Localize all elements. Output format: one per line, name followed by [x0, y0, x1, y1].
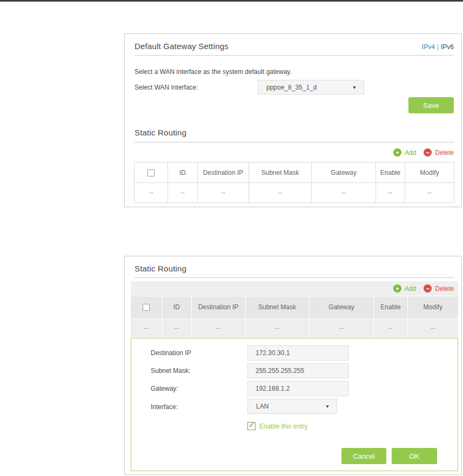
enable-entry-row: ✓ Enable this entry: [247, 422, 307, 430]
ok-button[interactable]: OK: [392, 448, 437, 464]
wan-interface-label: Select WAN Interface:: [135, 84, 198, 91]
add-icon[interactable]: +: [393, 284, 401, 293]
delete-icon[interactable]: −: [424, 148, 432, 157]
add-button[interactable]: Add: [405, 285, 416, 293]
gateway-field[interactable]: [247, 381, 348, 396]
static-routing-table: ID Destination IP Subnet Mask Gateway En…: [131, 296, 458, 337]
add-icon[interactable]: +: [393, 148, 401, 157]
destination-ip-label: Destination IP: [151, 349, 191, 357]
cancel-button[interactable]: Cancel: [341, 448, 386, 464]
empty-cell: --: [168, 183, 198, 203]
empty-cell: --: [376, 183, 405, 203]
empty-cell: --: [407, 318, 458, 337]
header-gateway: Gateway: [312, 162, 376, 183]
empty-cell: --: [198, 183, 249, 203]
ip-version-switch: IPv4|IPv6: [422, 43, 454, 51]
empty-cell: --: [309, 318, 374, 337]
table-header-row: ID Destination IP Subnet Mask Gateway En…: [135, 162, 454, 183]
static-routing-section-title: Static Routing: [135, 128, 186, 137]
title-divider: [135, 277, 454, 278]
table-toolbar: + Add − Delete: [131, 281, 458, 296]
interface-select[interactable]: LAN ▼: [247, 399, 337, 414]
ip-links-separator: |: [437, 43, 439, 51]
chevron-down-icon: ▼: [325, 404, 330, 409]
interface-label: Interface:: [151, 403, 178, 411]
empty-cell: --: [374, 318, 407, 337]
header-enable: Enable: [376, 162, 405, 183]
empty-cell: --: [312, 183, 376, 203]
enable-entry-label: Enable this entry: [259, 423, 307, 430]
wan-interface-selected-value: pppoe_8_35_1_d: [266, 84, 317, 91]
interface-selected-value: LAN: [256, 403, 269, 410]
header-enable: Enable: [374, 296, 407, 318]
ipv6-link[interactable]: IPv6: [441, 43, 454, 51]
empty-cell: --: [162, 318, 191, 337]
route-entry-form: Destination IP Subnet Mask: Gateway: Int…: [131, 338, 458, 471]
chevron-down-icon: ▼: [352, 85, 357, 90]
gateway-description: Select a WAN interface as the system def…: [135, 68, 292, 76]
enable-entry-checkbox[interactable]: ✓: [247, 422, 256, 430]
wan-interface-select[interactable]: pppoe_8_35_1_d ▼: [258, 80, 364, 94]
empty-cell: --: [405, 183, 454, 203]
table-empty-row: -- -- -- -- -- -- --: [135, 183, 454, 203]
top-toolbar-edge: [0, 0, 463, 2]
table-header-row: ID Destination IP Subnet Mask Gateway En…: [131, 296, 458, 318]
checkmark-icon: ✓: [249, 420, 255, 429]
header-modify: Modify: [405, 162, 454, 183]
empty-cell: --: [131, 318, 162, 337]
header-id: ID: [168, 162, 198, 183]
select-all-checkbox[interactable]: [143, 304, 150, 311]
add-button[interactable]: Add: [405, 149, 416, 157]
table-empty-row: -- -- -- -- -- -- --: [131, 318, 458, 337]
empty-cell: --: [249, 183, 312, 203]
destination-ip-field[interactable]: [247, 345, 348, 361]
save-button[interactable]: Save: [408, 97, 454, 113]
header-destination-ip: Destination IP: [191, 296, 245, 318]
delete-icon[interactable]: −: [424, 284, 432, 293]
panel-title: Default Gateway Settings: [135, 42, 229, 51]
panel-title: Static Routing: [135, 264, 186, 273]
gateway-label: Gateway:: [151, 385, 178, 392]
header-id: ID: [162, 296, 191, 318]
header-checkbox-cell: [135, 162, 168, 183]
table-actions: + Add − Delete: [393, 284, 454, 293]
empty-cell: --: [191, 318, 245, 337]
header-checkbox-cell: [131, 296, 162, 318]
header-modify: Modify: [407, 296, 458, 318]
delete-button[interactable]: Delete: [435, 149, 454, 157]
default-gateway-settings-panel: Default Gateway Settings IPv4|IPv6 Selec…: [124, 33, 462, 207]
table-actions: + Add − Delete: [393, 148, 454, 157]
ipv4-link[interactable]: IPv4: [422, 43, 435, 51]
subnet-mask-label: Subnet Mask:: [151, 367, 190, 375]
subnet-mask-field[interactable]: [247, 363, 348, 378]
static-routing-panel: Static Routing + Add − Delete ID Destina…: [124, 256, 462, 475]
page: Default Gateway Settings IPv4|IPv6 Selec…: [0, 0, 463, 476]
empty-cell: --: [245, 318, 309, 337]
header-destination-ip: Destination IP: [198, 162, 249, 183]
select-all-checkbox[interactable]: [147, 169, 155, 176]
header-subnet-mask: Subnet Mask: [249, 162, 312, 183]
header-subnet-mask: Subnet Mask: [245, 296, 309, 318]
header-gateway: Gateway: [309, 296, 374, 318]
delete-button[interactable]: Delete: [435, 285, 454, 293]
empty-cell: --: [135, 183, 168, 203]
static-routing-table: ID Destination IP Subnet Mask Gateway En…: [134, 162, 454, 203]
section-divider: [135, 142, 454, 142]
title-divider: [135, 55, 454, 56]
